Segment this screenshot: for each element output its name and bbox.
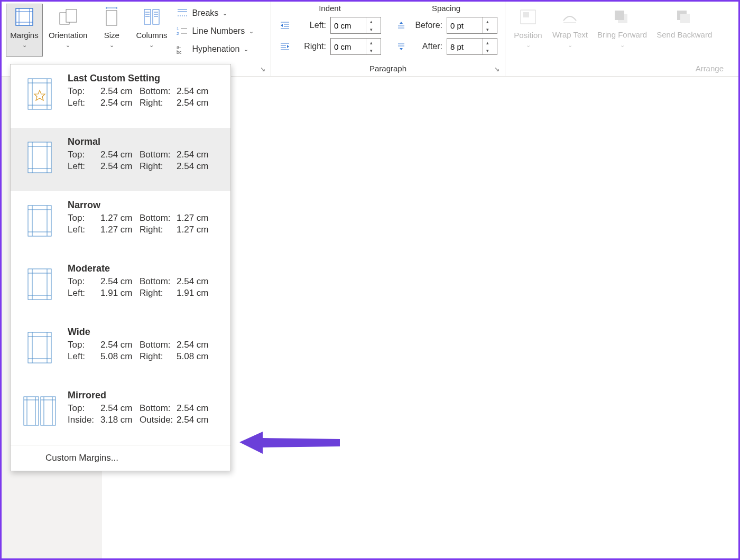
option-title: Last Custom Setting: [68, 73, 223, 84]
chevron-down-icon: ⌄: [249, 28, 254, 35]
breaks-icon: [175, 8, 189, 18]
svg-marker-85: [239, 432, 340, 454]
margins-option-icon: [21, 263, 58, 305]
svg-rect-11: [144, 10, 151, 24]
option-title: Narrow: [68, 200, 223, 211]
svg-rect-78: [41, 397, 56, 425]
arrange-group-label: Arrange: [510, 63, 734, 75]
send-backward-icon: [675, 6, 694, 27]
indent-left-input[interactable]: ▴▾: [330, 17, 381, 34]
wrap-text-icon: [560, 6, 579, 27]
send-backward-button[interactable]: Send Backward: [653, 4, 716, 57]
spacing-before-icon: [395, 21, 408, 30]
spacing-before-input[interactable]: ▴▾: [447, 17, 497, 34]
columns-label: Columns: [136, 31, 167, 40]
spacing-after-input[interactable]: ▴▾: [447, 38, 497, 55]
annotation-arrow-icon: [239, 427, 345, 461]
orientation-icon: [58, 6, 79, 27]
line-numbers-button[interactable]: 12 Line Numbers ⌄: [173, 23, 256, 40]
indent-left-icon: [279, 21, 291, 30]
dialog-launcher-icon[interactable]: ↘: [494, 66, 502, 73]
svg-rect-48: [615, 11, 624, 20]
spin-down-icon[interactable]: ▾: [483, 25, 492, 33]
breaks-button[interactable]: Breaks ⌄: [173, 5, 256, 22]
chevron-down-icon: ⌄: [568, 42, 572, 49]
chevron-down-icon: ⌄: [223, 10, 227, 17]
indent-right-input[interactable]: ▴▾: [330, 38, 381, 55]
hyphenation-button[interactable]: a-bc Hyphenation ⌄: [173, 41, 256, 58]
svg-marker-40: [400, 22, 403, 24]
margins-option[interactable]: NormalTop:2.54 cmBottom:2.54 cmLeft:2.54…: [11, 128, 230, 191]
svg-rect-57: [28, 142, 51, 173]
chevron-down-icon: ⌄: [526, 42, 531, 49]
svg-rect-45: [523, 12, 529, 17]
orientation-button[interactable]: Orientation ⌄: [45, 4, 91, 57]
margins-option[interactable]: MirroredTop:2.54 cmBottom:2.54 cmInside:…: [11, 381, 230, 445]
columns-icon: [142, 6, 162, 27]
arrange-group: Position ⌄ Wrap Text ⌄ Bring Forward ⌄ S…: [505, 2, 738, 76]
chevron-down-icon: ⌄: [22, 42, 27, 49]
svg-rect-0: [16, 8, 33, 25]
hyphenation-label: Hyphenation: [192, 44, 240, 54]
margins-option-icon: [21, 200, 58, 242]
option-title: Wide: [68, 326, 223, 338]
svg-rect-7: [106, 11, 117, 25]
spin-down-icon[interactable]: ▾: [483, 46, 492, 54]
spin-up-icon[interactable]: ▴: [366, 39, 376, 46]
chevron-down-icon: ⌄: [149, 42, 154, 49]
wrap-text-button[interactable]: Wrap Text ⌄: [549, 4, 591, 57]
paragraph-group: Indent Left: ▴▾ Right: ▴▾: [271, 2, 505, 76]
bring-forward-icon: [613, 6, 632, 27]
option-title: Normal: [68, 136, 223, 147]
custom-margins-button[interactable]: Custom Margins...: [11, 445, 230, 471]
before-label: Before:: [412, 21, 442, 30]
svg-rect-50: [680, 14, 690, 23]
svg-text:2: 2: [177, 31, 179, 36]
spacing-header: Spacing: [395, 4, 497, 13]
svg-rect-51: [28, 79, 51, 109]
chevron-down-icon: ⌄: [66, 42, 70, 49]
chevron-down-icon: ⌄: [109, 42, 114, 49]
svg-text:1: 1: [177, 26, 179, 31]
margins-option[interactable]: NarrowTop:1.27 cmBottom:1.27 cmLeft:1.27…: [11, 191, 230, 255]
option-title: Mirrored: [68, 390, 223, 401]
line-numbers-icon: 12: [175, 26, 189, 36]
chevron-down-icon: ⌄: [620, 42, 625, 49]
line-numbers-label: Line Numbers: [192, 26, 245, 36]
size-button[interactable]: Size ⌄: [93, 4, 130, 57]
margins-dropdown: Last Custom SettingTop:2.54 cmBottom:2.5…: [10, 64, 231, 471]
hyphenation-icon: a-bc: [175, 44, 189, 54]
indent-right-icon: [279, 42, 291, 51]
svg-text:a-: a-: [177, 44, 181, 50]
chevron-down-icon: ⌄: [244, 46, 248, 53]
spacing-after-icon: [395, 42, 408, 51]
margins-label: Margins: [10, 31, 38, 40]
margins-option-icon: [21, 326, 58, 369]
margins-option-icon: [21, 390, 58, 432]
bring-forward-button[interactable]: Bring Forward ⌄: [594, 4, 651, 57]
left-label: Left:: [295, 21, 326, 30]
margins-icon: [14, 6, 35, 27]
svg-rect-12: [153, 10, 159, 24]
margins-option[interactable]: WideTop:2.54 cmBottom:2.54 cmLeft:5.08 c…: [11, 318, 230, 381]
spin-up-icon[interactable]: ▴: [483, 39, 492, 46]
svg-marker-37: [287, 45, 289, 48]
spin-down-icon[interactable]: ▾: [366, 46, 376, 54]
margins-option[interactable]: Last Custom SettingTop:2.54 cmBottom:2.5…: [11, 64, 230, 128]
svg-rect-62: [28, 206, 51, 236]
margins-option-icon: [21, 136, 58, 179]
after-label: After:: [412, 42, 442, 51]
spin-up-icon[interactable]: ▴: [483, 17, 492, 25]
spin-down-icon[interactable]: ▾: [366, 25, 376, 33]
position-button[interactable]: Position ⌄: [510, 4, 547, 57]
columns-button[interactable]: Columns ⌄: [132, 4, 171, 57]
svg-rect-6: [66, 10, 77, 22]
svg-marker-32: [281, 24, 283, 27]
svg-marker-43: [400, 48, 403, 50]
dialog-launcher-icon[interactable]: ↘: [260, 66, 267, 73]
spin-up-icon[interactable]: ▴: [366, 17, 376, 25]
svg-rect-77: [24, 397, 39, 425]
size-label: Size: [104, 31, 119, 40]
margins-option[interactable]: ModerateTop:2.54 cmBottom:2.54 cmLeft:1.…: [11, 255, 230, 318]
margins-button[interactable]: Margins ⌄: [6, 4, 43, 57]
